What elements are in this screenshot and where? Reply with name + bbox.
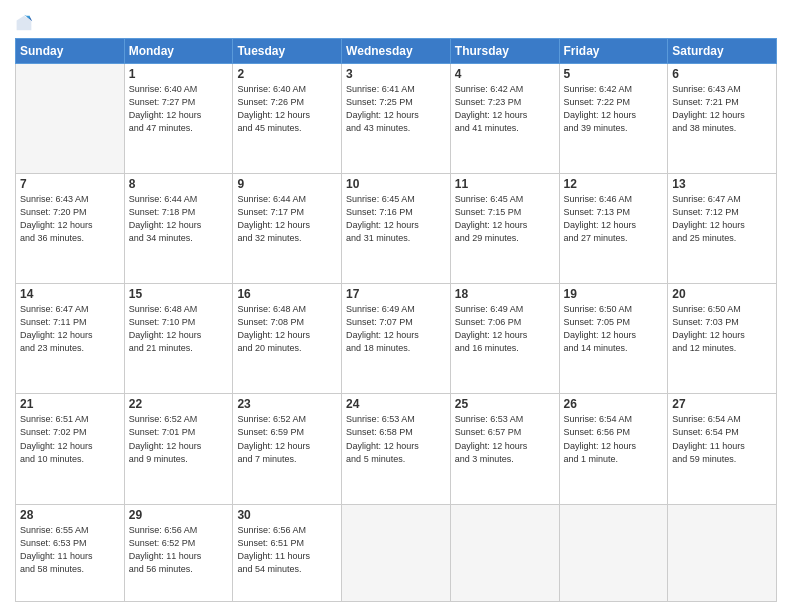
day-number: 17 — [346, 287, 446, 301]
day-number: 13 — [672, 177, 772, 191]
calendar-cell: 1Sunrise: 6:40 AM Sunset: 7:27 PM Daylig… — [124, 64, 233, 174]
calendar-cell: 2Sunrise: 6:40 AM Sunset: 7:26 PM Daylig… — [233, 64, 342, 174]
logo-icon — [15, 14, 33, 32]
day-number: 22 — [129, 397, 229, 411]
day-number: 14 — [20, 287, 120, 301]
day-info: Sunrise: 6:43 AM Sunset: 7:20 PM Dayligh… — [20, 193, 120, 245]
week-row-5: 28Sunrise: 6:55 AM Sunset: 6:53 PM Dayli… — [16, 504, 777, 601]
day-info: Sunrise: 6:49 AM Sunset: 7:07 PM Dayligh… — [346, 303, 446, 355]
calendar-cell: 22Sunrise: 6:52 AM Sunset: 7:01 PM Dayli… — [124, 394, 233, 504]
day-info: Sunrise: 6:47 AM Sunset: 7:12 PM Dayligh… — [672, 193, 772, 245]
calendar-cell — [668, 504, 777, 601]
day-number: 25 — [455, 397, 555, 411]
day-info: Sunrise: 6:53 AM Sunset: 6:58 PM Dayligh… — [346, 413, 446, 465]
calendar-cell — [559, 504, 668, 601]
calendar-cell: 26Sunrise: 6:54 AM Sunset: 6:56 PM Dayli… — [559, 394, 668, 504]
day-info: Sunrise: 6:53 AM Sunset: 6:57 PM Dayligh… — [455, 413, 555, 465]
day-number: 3 — [346, 67, 446, 81]
week-row-1: 1Sunrise: 6:40 AM Sunset: 7:27 PM Daylig… — [16, 64, 777, 174]
calendar-cell: 21Sunrise: 6:51 AM Sunset: 7:02 PM Dayli… — [16, 394, 125, 504]
day-number: 26 — [564, 397, 664, 411]
calendar-cell: 10Sunrise: 6:45 AM Sunset: 7:16 PM Dayli… — [342, 174, 451, 284]
calendar-cell: 14Sunrise: 6:47 AM Sunset: 7:11 PM Dayli… — [16, 284, 125, 394]
calendar-cell — [16, 64, 125, 174]
weekday-header-friday: Friday — [559, 39, 668, 64]
day-info: Sunrise: 6:56 AM Sunset: 6:52 PM Dayligh… — [129, 524, 229, 576]
calendar-cell — [342, 504, 451, 601]
calendar-cell: 16Sunrise: 6:48 AM Sunset: 7:08 PM Dayli… — [233, 284, 342, 394]
calendar-cell: 8Sunrise: 6:44 AM Sunset: 7:18 PM Daylig… — [124, 174, 233, 284]
calendar-cell: 5Sunrise: 6:42 AM Sunset: 7:22 PM Daylig… — [559, 64, 668, 174]
weekday-header-wednesday: Wednesday — [342, 39, 451, 64]
day-info: Sunrise: 6:54 AM Sunset: 6:54 PM Dayligh… — [672, 413, 772, 465]
calendar-cell: 18Sunrise: 6:49 AM Sunset: 7:06 PM Dayli… — [450, 284, 559, 394]
week-row-4: 21Sunrise: 6:51 AM Sunset: 7:02 PM Dayli… — [16, 394, 777, 504]
day-number: 5 — [564, 67, 664, 81]
calendar-cell: 6Sunrise: 6:43 AM Sunset: 7:21 PM Daylig… — [668, 64, 777, 174]
calendar-cell: 12Sunrise: 6:46 AM Sunset: 7:13 PM Dayli… — [559, 174, 668, 284]
calendar-cell — [450, 504, 559, 601]
day-number: 6 — [672, 67, 772, 81]
day-number: 1 — [129, 67, 229, 81]
day-number: 23 — [237, 397, 337, 411]
calendar-cell: 25Sunrise: 6:53 AM Sunset: 6:57 PM Dayli… — [450, 394, 559, 504]
calendar-cell: 19Sunrise: 6:50 AM Sunset: 7:05 PM Dayli… — [559, 284, 668, 394]
day-info: Sunrise: 6:52 AM Sunset: 7:01 PM Dayligh… — [129, 413, 229, 465]
day-info: Sunrise: 6:52 AM Sunset: 6:59 PM Dayligh… — [237, 413, 337, 465]
day-info: Sunrise: 6:47 AM Sunset: 7:11 PM Dayligh… — [20, 303, 120, 355]
weekday-header-row: SundayMondayTuesdayWednesdayThursdayFrid… — [16, 39, 777, 64]
calendar-cell: 9Sunrise: 6:44 AM Sunset: 7:17 PM Daylig… — [233, 174, 342, 284]
day-number: 29 — [129, 508, 229, 522]
day-info: Sunrise: 6:44 AM Sunset: 7:18 PM Dayligh… — [129, 193, 229, 245]
day-number: 18 — [455, 287, 555, 301]
day-info: Sunrise: 6:50 AM Sunset: 7:03 PM Dayligh… — [672, 303, 772, 355]
calendar-cell: 11Sunrise: 6:45 AM Sunset: 7:15 PM Dayli… — [450, 174, 559, 284]
day-info: Sunrise: 6:48 AM Sunset: 7:08 PM Dayligh… — [237, 303, 337, 355]
day-number: 15 — [129, 287, 229, 301]
day-info: Sunrise: 6:46 AM Sunset: 7:13 PM Dayligh… — [564, 193, 664, 245]
day-number: 28 — [20, 508, 120, 522]
day-info: Sunrise: 6:54 AM Sunset: 6:56 PM Dayligh… — [564, 413, 664, 465]
day-info: Sunrise: 6:50 AM Sunset: 7:05 PM Dayligh… — [564, 303, 664, 355]
week-row-3: 14Sunrise: 6:47 AM Sunset: 7:11 PM Dayli… — [16, 284, 777, 394]
day-info: Sunrise: 6:44 AM Sunset: 7:17 PM Dayligh… — [237, 193, 337, 245]
day-number: 11 — [455, 177, 555, 191]
weekday-header-saturday: Saturday — [668, 39, 777, 64]
calendar-cell: 17Sunrise: 6:49 AM Sunset: 7:07 PM Dayli… — [342, 284, 451, 394]
day-info: Sunrise: 6:51 AM Sunset: 7:02 PM Dayligh… — [20, 413, 120, 465]
weekday-header-thursday: Thursday — [450, 39, 559, 64]
day-info: Sunrise: 6:40 AM Sunset: 7:27 PM Dayligh… — [129, 83, 229, 135]
day-number: 2 — [237, 67, 337, 81]
calendar-cell: 28Sunrise: 6:55 AM Sunset: 6:53 PM Dayli… — [16, 504, 125, 601]
calendar-cell: 20Sunrise: 6:50 AM Sunset: 7:03 PM Dayli… — [668, 284, 777, 394]
day-info: Sunrise: 6:48 AM Sunset: 7:10 PM Dayligh… — [129, 303, 229, 355]
calendar-cell: 15Sunrise: 6:48 AM Sunset: 7:10 PM Dayli… — [124, 284, 233, 394]
calendar-cell: 4Sunrise: 6:42 AM Sunset: 7:23 PM Daylig… — [450, 64, 559, 174]
calendar-cell: 3Sunrise: 6:41 AM Sunset: 7:25 PM Daylig… — [342, 64, 451, 174]
day-number: 9 — [237, 177, 337, 191]
weekday-header-sunday: Sunday — [16, 39, 125, 64]
calendar-cell: 29Sunrise: 6:56 AM Sunset: 6:52 PM Dayli… — [124, 504, 233, 601]
logo — [15, 14, 37, 32]
calendar-cell: 27Sunrise: 6:54 AM Sunset: 6:54 PM Dayli… — [668, 394, 777, 504]
calendar-cell: 24Sunrise: 6:53 AM Sunset: 6:58 PM Dayli… — [342, 394, 451, 504]
day-info: Sunrise: 6:56 AM Sunset: 6:51 PM Dayligh… — [237, 524, 337, 576]
day-info: Sunrise: 6:49 AM Sunset: 7:06 PM Dayligh… — [455, 303, 555, 355]
day-info: Sunrise: 6:55 AM Sunset: 6:53 PM Dayligh… — [20, 524, 120, 576]
day-info: Sunrise: 6:43 AM Sunset: 7:21 PM Dayligh… — [672, 83, 772, 135]
calendar-cell: 7Sunrise: 6:43 AM Sunset: 7:20 PM Daylig… — [16, 174, 125, 284]
day-info: Sunrise: 6:45 AM Sunset: 7:15 PM Dayligh… — [455, 193, 555, 245]
day-number: 27 — [672, 397, 772, 411]
day-info: Sunrise: 6:45 AM Sunset: 7:16 PM Dayligh… — [346, 193, 446, 245]
day-number: 10 — [346, 177, 446, 191]
weekday-header-monday: Monday — [124, 39, 233, 64]
calendar-cell: 23Sunrise: 6:52 AM Sunset: 6:59 PM Dayli… — [233, 394, 342, 504]
day-number: 20 — [672, 287, 772, 301]
day-number: 12 — [564, 177, 664, 191]
day-info: Sunrise: 6:41 AM Sunset: 7:25 PM Dayligh… — [346, 83, 446, 135]
weekday-header-tuesday: Tuesday — [233, 39, 342, 64]
day-info: Sunrise: 6:40 AM Sunset: 7:26 PM Dayligh… — [237, 83, 337, 135]
calendar-cell: 30Sunrise: 6:56 AM Sunset: 6:51 PM Dayli… — [233, 504, 342, 601]
day-info: Sunrise: 6:42 AM Sunset: 7:23 PM Dayligh… — [455, 83, 555, 135]
day-number: 19 — [564, 287, 664, 301]
